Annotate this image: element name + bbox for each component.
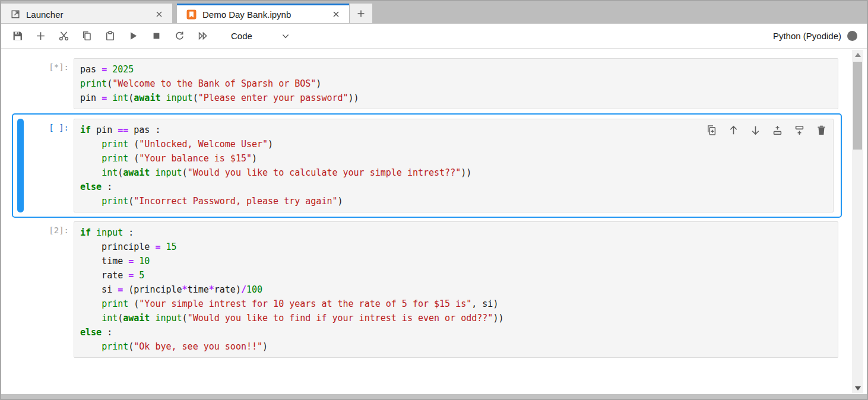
cell-editor[interactable]: if input : principle = 15 time = 10 rate…	[74, 221, 838, 358]
cell-toolbar	[705, 124, 827, 136]
selected-cell-wrapper[interactable]: [ ]: if pin == pas : print ("Unlocked, W…	[12, 113, 842, 218]
cell-type-dropdown[interactable]: Code	[231, 31, 290, 41]
triangle-down-icon	[855, 386, 861, 391]
close-tab-button[interactable]	[153, 8, 165, 20]
tab-bar: Launcher Demo Day Bank.ipynb	[1, 1, 867, 24]
code-line: time = 10	[80, 254, 832, 268]
fast-forward-icon	[198, 31, 208, 41]
chevron-down-icon	[281, 31, 290, 41]
copy-cells-button[interactable]	[79, 28, 94, 44]
code-line: pas = 2025	[80, 62, 832, 77]
paste-icon	[105, 31, 115, 41]
delete-cell-button[interactable]	[815, 124, 827, 136]
code-line: print("Incorrect Password, please try ag…	[80, 194, 827, 208]
tab-launcher[interactable]: Launcher	[1, 4, 172, 23]
code-area[interactable]: pas = 2025print("Welcome to the Bank of …	[80, 62, 832, 105]
code-area[interactable]: if input : principle = 15 time = 10 rate…	[80, 226, 832, 354]
stop-icon	[151, 31, 161, 41]
notebook-panel: [*]: pas = 2025print("Welcome to the Ban…	[1, 49, 867, 394]
plus-icon	[356, 9, 366, 18]
insert-cell-above-button[interactable]	[771, 124, 783, 136]
duplicate-cell-button[interactable]	[705, 124, 717, 136]
cell-output: Your simple intrest for 10 years at the …	[1, 364, 838, 394]
jupyterlab-window: Launcher Demo Day Bank.ipynb	[0, 0, 868, 400]
bottom-frame-strip	[1, 394, 867, 399]
cut-cells-button[interactable]	[56, 28, 71, 44]
cut-icon	[59, 31, 69, 41]
cell-editor[interactable]: pas = 2025print("Welcome to the Bank of …	[74, 58, 838, 109]
kernel-status-icon	[847, 31, 857, 41]
new-tab-button[interactable]	[350, 4, 372, 23]
save-icon	[12, 31, 23, 41]
close-tab-button[interactable]	[330, 8, 342, 20]
paste-cells-button[interactable]	[102, 28, 118, 44]
cell-prompt: [*]:	[1, 58, 74, 72]
code-line: print ("Your balance is $15")	[80, 151, 827, 166]
code-line: int(await input("Would you like to calcu…	[80, 166, 827, 180]
move-cell-up-button[interactable]	[727, 124, 739, 136]
plus-icon	[36, 31, 46, 41]
restart-icon	[175, 31, 185, 41]
restart-kernel-button[interactable]	[172, 28, 187, 44]
kernel-name: Python (Pyodide)	[773, 31, 841, 41]
notebook-icon	[186, 9, 197, 20]
output-line: Your simple intrest for 10 years at the …	[80, 392, 838, 394]
move-cell-down-button[interactable]	[749, 124, 761, 136]
kernel-indicator[interactable]: Python (Pyodide)	[773, 31, 857, 41]
tab-notebook[interactable]: Demo Day Bank.ipynb	[177, 4, 349, 23]
code-line: rate = 5	[80, 268, 832, 282]
scroll-down-button[interactable]	[852, 383, 863, 393]
notebook-toolbar: Code Python (Pyodide)	[1, 24, 867, 49]
output-prompt	[1, 364, 74, 394]
code-line: int(await input("Would you like to find …	[80, 311, 832, 325]
save-button[interactable]	[9, 28, 25, 44]
code-cell-0[interactable]: [*]: pas = 2025print("Welcome to the Ban…	[1, 58, 838, 109]
output-text: Your simple intrest for 10 years at the …	[74, 364, 838, 394]
code-line: pin = int(await input("Please enter your…	[80, 91, 832, 105]
close-icon	[154, 9, 164, 19]
triangle-up-icon	[855, 53, 861, 57]
cell-editor[interactable]: if pin == pas : print ("Unlocked, Welcom…	[74, 119, 834, 212]
code-line: print("Ok bye, see you soon!!")	[80, 339, 832, 354]
code-line: if input :	[80, 226, 832, 240]
cell-type-value: Code	[231, 31, 252, 41]
code-line: else :	[80, 180, 827, 194]
code-line: si = (principle*time*rate)/100	[80, 282, 832, 297]
cell-prompt: [2]:	[1, 221, 74, 235]
copy-icon	[82, 31, 92, 41]
code-cell-2[interactable]: [2]: if input : principle = 15 time = 10…	[1, 221, 838, 358]
code-line: else :	[80, 325, 832, 339]
insert-below-icon	[794, 125, 805, 136]
close-icon	[331, 9, 341, 19]
duplicate-cell-icon	[706, 125, 717, 136]
run-all-cells-button[interactable]	[195, 28, 210, 44]
trash-icon	[816, 125, 827, 136]
insert-above-icon	[772, 125, 783, 136]
run-cell-button[interactable]	[125, 28, 141, 44]
run-icon	[128, 31, 138, 41]
tab-label: Demo Day Bank.ipynb	[202, 9, 324, 20]
code-line: print ("Your simple intrest for 10 years…	[80, 297, 832, 311]
vertical-scrollbar[interactable]	[852, 50, 863, 393]
arrow-up-icon	[728, 125, 739, 136]
arrow-down-icon	[750, 125, 761, 136]
code-line: print ("Unlocked, Welcome User")	[80, 137, 827, 151]
insert-cell-below-button[interactable]	[793, 124, 805, 136]
scrollbar-track[interactable]	[852, 59, 863, 383]
code-line: print("Welcome to the Bank of Sparsh or …	[80, 77, 832, 91]
scroll-up-button[interactable]	[852, 50, 863, 59]
stop-kernel-button[interactable]	[148, 28, 164, 44]
tab-label: Launcher	[26, 9, 147, 20]
code-line: principle = 15	[80, 240, 832, 254]
cell-drag-handle[interactable]	[17, 119, 24, 212]
scrollbar-thumb[interactable]	[853, 62, 862, 150]
insert-cell-button[interactable]	[33, 28, 48, 44]
code-cell-1[interactable]: [ ]: if pin == pas : print ("Unlocked, W…	[13, 119, 834, 212]
launcher-icon	[11, 9, 20, 19]
